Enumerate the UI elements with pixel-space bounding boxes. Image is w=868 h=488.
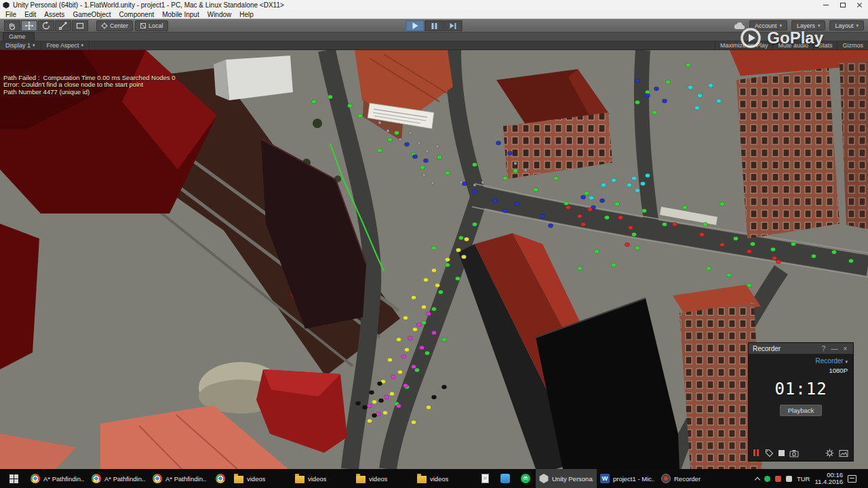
taskbar-item-videos[interactable]: videos (414, 469, 475, 488)
action-center-icon[interactable] (848, 475, 856, 483)
game-view-toolbar-button[interactable]: Mute audio (772, 41, 813, 49)
agent-dot (461, 255, 466, 259)
agent-dot (772, 256, 776, 260)
agent-dot (426, 312, 431, 316)
taskbar-item-notepad[interactable] (475, 469, 495, 488)
layers-dropdown[interactable]: Layers▾ (791, 20, 826, 30)
agent-dot (719, 243, 724, 247)
pause-icon (431, 20, 437, 32)
menu-item[interactable]: Assets (40, 11, 68, 18)
playback-button[interactable]: Playback (780, 405, 823, 416)
agent-dot (378, 121, 381, 124)
layout-dropdown[interactable]: Layout▾ (829, 20, 864, 30)
gear-icon[interactable] (825, 449, 834, 458)
step-button[interactable] (444, 20, 462, 31)
tag-icon[interactable] (765, 449, 774, 458)
scale-tool-button[interactable] (55, 20, 71, 31)
agent-dot (431, 182, 434, 184)
game-view-toolbar-button[interactable]: Maximize on Play (715, 41, 773, 49)
agent-dot (604, 216, 609, 220)
menu-item[interactable]: Mobile Input (158, 11, 203, 18)
taskbar-item-videos[interactable]: videos (353, 469, 414, 488)
agent-dot (652, 110, 656, 115)
agent-dot (635, 100, 639, 104)
start-button[interactable] (0, 469, 27, 488)
aspect-dropdown[interactable]: Free Aspect▾ (41, 41, 90, 49)
taskbar-item-project1-mic[interactable]: project1 - Mic... (597, 469, 658, 488)
recorder-title: Recorder (753, 345, 816, 352)
agent-dot (577, 214, 582, 218)
menu-item[interactable]: Component (115, 11, 159, 18)
agent-dot (418, 142, 420, 144)
taskbar-item-a-pathfindin[interactable]: A* Pathfindin... (149, 469, 210, 488)
tray-status-icon[interactable] (786, 476, 792, 482)
rect-icon (75, 21, 85, 30)
game-view-toolbar-button[interactable]: Stats (813, 41, 837, 49)
tray-spotify-icon[interactable] (764, 476, 770, 482)
stop-recording-button[interactable] (778, 450, 785, 456)
rect-tool-button[interactable] (72, 20, 88, 31)
taskbar-item-spotify[interactable] (515, 469, 536, 488)
taskbar-item-app[interactable] (495, 469, 515, 488)
tab-game[interactable]: Game (3, 32, 35, 41)
taskbar-item-a-pathfindin[interactable]: A* Pathfindin... (27, 469, 88, 488)
tray-expand-icon[interactable] (755, 476, 760, 482)
menu-item[interactable]: Window (203, 11, 236, 18)
snapshot-icon[interactable] (839, 449, 848, 458)
camera-icon[interactable] (789, 449, 799, 458)
game-viewport[interactable]: Path Failed : Computation Time 0.00 ms S… (0, 50, 868, 469)
minimize-button[interactable] (817, 0, 834, 10)
menu-item[interactable]: GameObject (68, 11, 115, 18)
chevron-down-icon: ▾ (856, 23, 859, 28)
agent-dot (645, 94, 650, 98)
local-icon (140, 22, 146, 29)
taskbar-item-a-pathfindin[interactable]: A* Pathfindin... (88, 469, 149, 488)
agent-dot (396, 338, 401, 342)
clock-date: 11.4.2016 (814, 478, 843, 485)
tray-app-icon[interactable] (775, 476, 781, 482)
pause-recording-button[interactable] (753, 449, 760, 458)
agent-dot (635, 188, 639, 192)
taskbar-item-recorder[interactable]: Recorder (658, 469, 719, 488)
move-tool-button[interactable] (21, 20, 37, 31)
taskbar-item-videos[interactable]: videos (292, 469, 353, 488)
recorder-minimize-button[interactable]: — (831, 345, 838, 352)
agent-dot (416, 323, 421, 327)
recorder-help-button[interactable]: ? (820, 345, 827, 352)
pause-button[interactable] (425, 20, 443, 31)
game-view-toolbar-button[interactable]: Gizmos (837, 41, 868, 49)
taskbar-item-label: videos (430, 475, 448, 483)
agent-dot (412, 155, 417, 159)
taskbar-item-videos[interactable]: videos (231, 469, 292, 488)
agent-dot (414, 368, 419, 372)
play-button[interactable] (406, 20, 425, 31)
menu-item[interactable]: Edit (20, 11, 40, 18)
recorder-mode-dropdown[interactable]: Recorder ▾ (749, 354, 853, 365)
close-button[interactable] (851, 0, 868, 10)
agent-dot (441, 338, 446, 342)
recorder-close-button[interactable]: × (842, 345, 849, 352)
display-dropdown[interactable]: Display 1▾ (0, 41, 41, 49)
agent-dot (423, 159, 428, 163)
agent-dot (611, 178, 616, 182)
account-dropdown[interactable]: Account▾ (749, 20, 787, 30)
maximize-button[interactable] (834, 0, 851, 10)
hand-tool-button[interactable] (4, 20, 20, 31)
rotate-tool-button[interactable] (38, 20, 54, 31)
agent-dot (614, 202, 619, 206)
taskbar-item-label: A* Pathfindin... (43, 475, 85, 483)
taskbar-item-unity-persona[interactable]: Unity Persona... (536, 469, 597, 488)
taskbar-clock[interactable]: 00:16 11.4.2016 (814, 472, 843, 485)
agent-dot (422, 174, 425, 176)
folder-icon (356, 476, 366, 483)
menu-item[interactable]: File (1, 11, 20, 18)
agent-dot (706, 266, 711, 270)
language-indicator[interactable]: TUR (797, 475, 810, 483)
menu-item[interactable]: Help (235, 11, 258, 18)
taskbar-item-chrome[interactable] (210, 469, 231, 488)
pivot-local-button[interactable]: Local (135, 20, 168, 31)
recorder-titlebar[interactable]: Recorder ? — × (749, 343, 853, 354)
pivot-center-button[interactable]: Center (96, 20, 133, 31)
cloud-collab-icon[interactable] (733, 22, 745, 30)
agent-dot (599, 199, 604, 203)
